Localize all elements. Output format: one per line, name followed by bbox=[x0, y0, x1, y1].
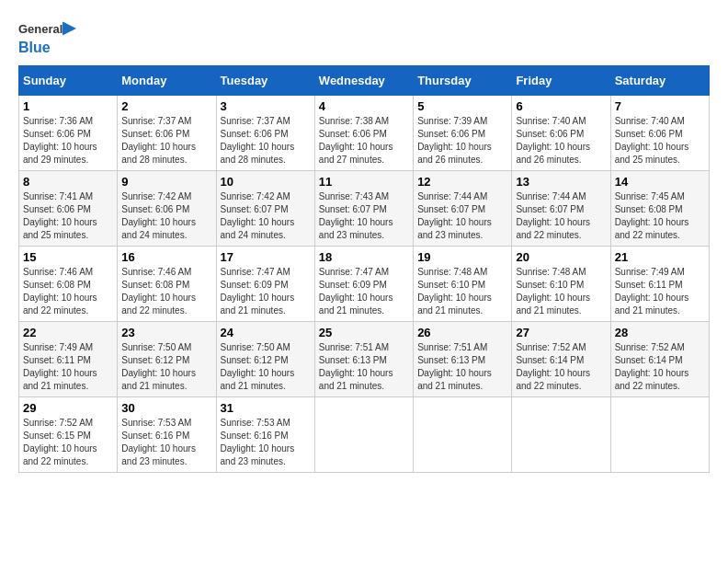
day-number: 8 bbox=[23, 175, 113, 189]
day-info: Sunrise: 7:47 AM Sunset: 6:09 PM Dayligh… bbox=[221, 266, 311, 317]
calendar-cell: 15 Sunrise: 7:46 AM Sunset: 6:08 PM Dayl… bbox=[19, 246, 118, 321]
calendar-cell bbox=[314, 396, 413, 472]
day-number: 2 bbox=[121, 99, 211, 113]
day-info: Sunrise: 7:53 AM Sunset: 6:16 PM Dayligh… bbox=[221, 417, 311, 468]
calendar-cell: 11 Sunrise: 7:43 AM Sunset: 6:07 PM Dayl… bbox=[314, 170, 413, 246]
day-info: Sunrise: 7:37 AM Sunset: 6:06 PM Dayligh… bbox=[221, 115, 311, 167]
day-number: 6 bbox=[516, 99, 606, 113]
day-info: Sunrise: 7:47 AM Sunset: 6:09 PM Dayligh… bbox=[319, 266, 409, 317]
day-info: Sunrise: 7:42 AM Sunset: 6:06 PM Dayligh… bbox=[121, 190, 211, 242]
calendar-cell: 29 Sunrise: 7:52 AM Sunset: 6:15 PM Dayl… bbox=[19, 396, 118, 472]
day-number: 18 bbox=[319, 250, 409, 264]
day-info: Sunrise: 7:48 AM Sunset: 6:10 PM Dayligh… bbox=[516, 266, 606, 317]
day-info: Sunrise: 7:36 AM Sunset: 6:06 PM Dayligh… bbox=[23, 115, 113, 167]
day-number: 14 bbox=[615, 175, 705, 189]
day-number: 26 bbox=[417, 326, 507, 339]
calendar-cell: 31 Sunrise: 7:53 AM Sunset: 6:16 PM Dayl… bbox=[216, 396, 314, 472]
day-info: Sunrise: 7:48 AM Sunset: 6:10 PM Dayligh… bbox=[417, 266, 507, 317]
day-number: 23 bbox=[121, 326, 211, 339]
day-info: Sunrise: 7:44 AM Sunset: 6:07 PM Dayligh… bbox=[417, 190, 507, 242]
calendar-cell: 10 Sunrise: 7:42 AM Sunset: 6:07 PM Dayl… bbox=[216, 170, 314, 246]
day-info: Sunrise: 7:46 AM Sunset: 6:08 PM Dayligh… bbox=[23, 266, 113, 317]
calendar-cell: 16 Sunrise: 7:46 AM Sunset: 6:08 PM Dayl… bbox=[118, 246, 216, 321]
page-header: General▶ Blue bbox=[18, 18, 710, 56]
calendar-cell: 17 Sunrise: 7:47 AM Sunset: 6:09 PM Dayl… bbox=[216, 246, 314, 321]
day-info: Sunrise: 7:53 AM Sunset: 6:16 PM Dayligh… bbox=[121, 417, 211, 468]
day-number: 9 bbox=[121, 175, 211, 189]
calendar-cell: 1 Sunrise: 7:36 AM Sunset: 6:06 PM Dayli… bbox=[19, 95, 118, 170]
day-number: 24 bbox=[221, 326, 311, 339]
calendar-cell: 24 Sunrise: 7:50 AM Sunset: 6:12 PM Dayl… bbox=[216, 321, 314, 396]
calendar-cell: 2 Sunrise: 7:37 AM Sunset: 6:06 PM Dayli… bbox=[118, 95, 216, 170]
calendar-cell: 5 Sunrise: 7:39 AM Sunset: 6:06 PM Dayli… bbox=[414, 95, 512, 170]
calendar-cell bbox=[512, 396, 610, 472]
day-number: 12 bbox=[417, 175, 507, 189]
day-info: Sunrise: 7:46 AM Sunset: 6:08 PM Dayligh… bbox=[121, 266, 211, 317]
day-info: Sunrise: 7:41 AM Sunset: 6:06 PM Dayligh… bbox=[23, 190, 113, 242]
day-info: Sunrise: 7:52 AM Sunset: 6:15 PM Dayligh… bbox=[23, 417, 113, 468]
calendar-cell: 8 Sunrise: 7:41 AM Sunset: 6:06 PM Dayli… bbox=[19, 170, 118, 246]
calendar-cell: 20 Sunrise: 7:48 AM Sunset: 6:10 PM Dayl… bbox=[512, 246, 610, 321]
day-info: Sunrise: 7:50 AM Sunset: 6:12 PM Dayligh… bbox=[121, 341, 211, 393]
calendar-cell: 30 Sunrise: 7:53 AM Sunset: 6:16 PM Dayl… bbox=[118, 396, 216, 472]
day-number: 1 bbox=[23, 99, 113, 113]
day-number: 31 bbox=[221, 401, 311, 415]
calendar-cell bbox=[610, 396, 709, 472]
calendar-cell bbox=[414, 396, 512, 472]
weekday-header-friday: Friday bbox=[512, 65, 610, 95]
day-number: 25 bbox=[319, 326, 409, 339]
day-info: Sunrise: 7:45 AM Sunset: 6:08 PM Dayligh… bbox=[615, 190, 705, 242]
calendar-cell: 4 Sunrise: 7:38 AM Sunset: 6:06 PM Dayli… bbox=[314, 95, 413, 170]
day-number: 10 bbox=[221, 175, 311, 189]
day-info: Sunrise: 7:40 AM Sunset: 6:06 PM Dayligh… bbox=[615, 115, 705, 167]
day-info: Sunrise: 7:51 AM Sunset: 6:13 PM Dayligh… bbox=[319, 341, 409, 393]
day-number: 4 bbox=[319, 99, 409, 113]
day-info: Sunrise: 7:49 AM Sunset: 6:11 PM Dayligh… bbox=[615, 266, 705, 317]
day-number: 13 bbox=[516, 175, 606, 189]
weekday-header-thursday: Thursday bbox=[414, 65, 512, 95]
calendar-cell: 25 Sunrise: 7:51 AM Sunset: 6:13 PM Dayl… bbox=[314, 321, 413, 396]
day-info: Sunrise: 7:43 AM Sunset: 6:07 PM Dayligh… bbox=[319, 190, 409, 242]
weekday-header-saturday: Saturday bbox=[610, 65, 709, 95]
day-info: Sunrise: 7:38 AM Sunset: 6:06 PM Dayligh… bbox=[319, 115, 409, 167]
day-number: 15 bbox=[23, 250, 113, 264]
weekday-header-wednesday: Wednesday bbox=[314, 65, 413, 95]
day-number: 27 bbox=[516, 326, 606, 339]
calendar-cell: 27 Sunrise: 7:52 AM Sunset: 6:14 PM Dayl… bbox=[512, 321, 610, 396]
day-info: Sunrise: 7:39 AM Sunset: 6:06 PM Dayligh… bbox=[417, 115, 507, 167]
day-info: Sunrise: 7:52 AM Sunset: 6:14 PM Dayligh… bbox=[516, 341, 606, 393]
calendar-cell: 18 Sunrise: 7:47 AM Sunset: 6:09 PM Dayl… bbox=[314, 246, 413, 321]
day-number: 21 bbox=[615, 250, 705, 264]
day-number: 17 bbox=[221, 250, 311, 264]
calendar-cell: 23 Sunrise: 7:50 AM Sunset: 6:12 PM Dayl… bbox=[118, 321, 216, 396]
day-number: 28 bbox=[615, 326, 705, 339]
logo: General▶ Blue bbox=[18, 18, 75, 56]
calendar-cell: 6 Sunrise: 7:40 AM Sunset: 6:06 PM Dayli… bbox=[512, 95, 610, 170]
day-number: 11 bbox=[319, 175, 409, 189]
day-number: 5 bbox=[417, 99, 507, 113]
day-info: Sunrise: 7:52 AM Sunset: 6:14 PM Dayligh… bbox=[615, 341, 705, 393]
day-info: Sunrise: 7:44 AM Sunset: 6:07 PM Dayligh… bbox=[516, 190, 606, 242]
day-info: Sunrise: 7:51 AM Sunset: 6:13 PM Dayligh… bbox=[417, 341, 507, 393]
calendar-cell: 14 Sunrise: 7:45 AM Sunset: 6:08 PM Dayl… bbox=[610, 170, 709, 246]
day-number: 19 bbox=[417, 250, 507, 264]
calendar-cell: 3 Sunrise: 7:37 AM Sunset: 6:06 PM Dayli… bbox=[216, 95, 314, 170]
day-info: Sunrise: 7:40 AM Sunset: 6:06 PM Dayligh… bbox=[516, 115, 606, 167]
day-info: Sunrise: 7:42 AM Sunset: 6:07 PM Dayligh… bbox=[221, 190, 311, 242]
day-number: 20 bbox=[516, 250, 606, 264]
calendar-cell: 19 Sunrise: 7:48 AM Sunset: 6:10 PM Dayl… bbox=[414, 246, 512, 321]
calendar-table: SundayMondayTuesdayWednesdayThursdayFrid… bbox=[18, 65, 710, 473]
weekday-header-monday: Monday bbox=[118, 65, 216, 95]
calendar-cell: 7 Sunrise: 7:40 AM Sunset: 6:06 PM Dayli… bbox=[610, 95, 709, 170]
day-number: 7 bbox=[615, 99, 705, 113]
calendar-cell: 21 Sunrise: 7:49 AM Sunset: 6:11 PM Dayl… bbox=[610, 246, 709, 321]
day-number: 30 bbox=[121, 401, 211, 415]
day-number: 22 bbox=[23, 326, 113, 339]
calendar-cell: 13 Sunrise: 7:44 AM Sunset: 6:07 PM Dayl… bbox=[512, 170, 610, 246]
day-number: 3 bbox=[221, 99, 311, 113]
calendar-cell: 26 Sunrise: 7:51 AM Sunset: 6:13 PM Dayl… bbox=[414, 321, 512, 396]
day-info: Sunrise: 7:49 AM Sunset: 6:11 PM Dayligh… bbox=[23, 341, 113, 393]
calendar-cell: 28 Sunrise: 7:52 AM Sunset: 6:14 PM Dayl… bbox=[610, 321, 709, 396]
day-number: 16 bbox=[121, 250, 211, 264]
day-info: Sunrise: 7:50 AM Sunset: 6:12 PM Dayligh… bbox=[221, 341, 311, 393]
